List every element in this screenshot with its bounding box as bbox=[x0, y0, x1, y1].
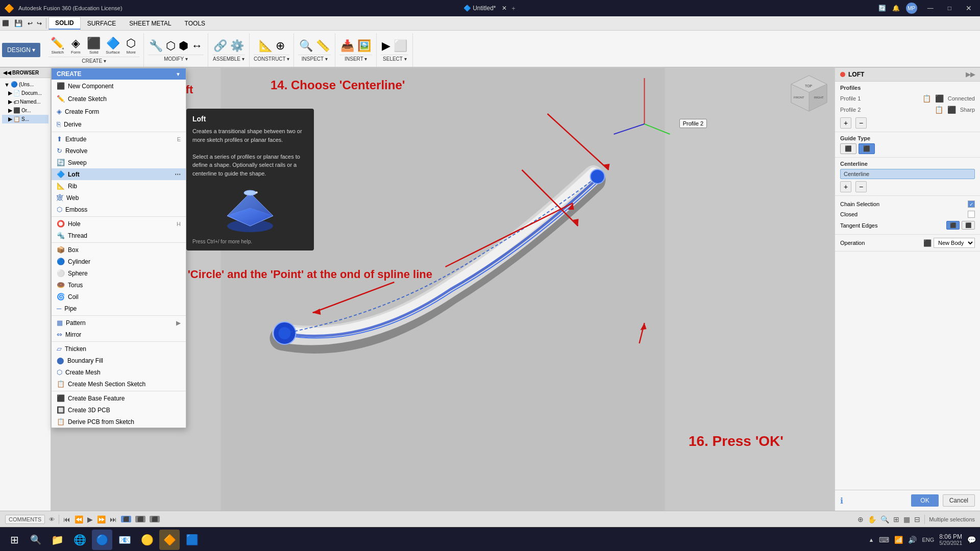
menu-hole[interactable]: ⭕ Hole H bbox=[52, 218, 186, 230]
create-more-btn[interactable]: ⬡ More bbox=[123, 36, 139, 56]
menu-create-form[interactable]: ◈ Create Form bbox=[52, 105, 186, 118]
minimize-btn[interactable]: — bbox=[923, 4, 938, 13]
chain-selection-checkbox[interactable]: ✓ bbox=[968, 201, 975, 208]
menu-mirror[interactable]: ⇔ Mirror bbox=[52, 329, 186, 340]
menu-torus[interactable]: 🍩 Torus bbox=[52, 279, 186, 291]
fit-btn[interactable]: ⊞ bbox=[893, 515, 899, 523]
construct-icon2[interactable]: ⊕ bbox=[275, 38, 286, 54]
assemble-icon2[interactable]: ⚙️ bbox=[229, 38, 245, 54]
profile1-icon2[interactable]: ⬛ bbox=[935, 94, 944, 103]
select-icon[interactable]: ▶ bbox=[381, 38, 391, 54]
render-mode[interactable]: ⊟ bbox=[914, 515, 920, 523]
centerline-add-btn[interactable]: + bbox=[840, 181, 851, 192]
orbit-btn[interactable]: ⊕ bbox=[857, 515, 864, 523]
insert-icon1[interactable]: 📥 bbox=[339, 38, 355, 54]
menu-derive[interactable]: ⎘ Derive bbox=[52, 118, 186, 131]
timeline-thumb3[interactable]: ⬛ bbox=[150, 516, 160, 522]
modify-icon4[interactable]: ↔ bbox=[190, 38, 204, 54]
assemble-icon1[interactable]: 🔗 bbox=[212, 38, 228, 54]
profile1-icon1[interactable]: 📋 bbox=[922, 94, 931, 103]
redo-btn[interactable]: ↪ bbox=[35, 19, 44, 28]
modify-icon3[interactable]: ⬢ bbox=[178, 38, 189, 54]
tab-sheet-metal[interactable]: SHEET METAL bbox=[122, 17, 178, 30]
tab-tools[interactable]: TOOLS bbox=[178, 17, 212, 30]
taskbar-fusion360[interactable]: 🔶 bbox=[159, 530, 180, 550]
menu-extrude[interactable]: ⬆ Extrude E bbox=[52, 133, 186, 145]
create-sketch-btn[interactable]: ✏️ Sketch bbox=[48, 36, 66, 56]
menu-new-component[interactable]: ⬛ New Component bbox=[52, 80, 186, 92]
modify-icon2[interactable]: ⬡ bbox=[165, 38, 177, 54]
notifications-icon[interactable]: 🔔 bbox=[892, 5, 900, 12]
menu-cylinder[interactable]: 🔵 Cylinder bbox=[52, 256, 186, 267]
tree-item-s[interactable]: ▶📋S... bbox=[2, 115, 48, 123]
zoom-btn[interactable]: 🔍 bbox=[880, 515, 889, 523]
view-cube[interactable]: TOP RIGHT FRONT bbox=[789, 73, 829, 114]
maximize-btn[interactable]: □ bbox=[944, 4, 955, 13]
eye-icon[interactable]: 👁 bbox=[49, 516, 55, 522]
inspect-label[interactable]: INSPECT ▾ bbox=[298, 55, 331, 62]
menu-pattern[interactable]: ▦ Pattern ▶ bbox=[52, 317, 186, 329]
play-prev-btn[interactable]: ⏪ bbox=[75, 515, 83, 523]
undo-btn[interactable]: ↩ bbox=[26, 19, 35, 28]
modify-icon1[interactable]: 🔧 bbox=[148, 38, 164, 54]
menu-coil[interactable]: 🌀 Coil bbox=[52, 291, 186, 303]
play-start-btn[interactable]: ⏮ bbox=[63, 515, 70, 523]
taskbar-chrome[interactable]: 🟡 bbox=[137, 530, 157, 550]
create-menu-expand[interactable]: ▼ bbox=[176, 71, 181, 77]
play-btn[interactable]: ▶ bbox=[87, 515, 93, 523]
taskbar-app3[interactable]: 🔵 bbox=[92, 530, 112, 550]
operation-select[interactable]: New Body bbox=[934, 238, 975, 248]
menu-thread[interactable]: 🔩 Thread bbox=[52, 230, 186, 241]
tab-solid[interactable]: SOLID bbox=[48, 17, 81, 30]
profiles-remove-btn[interactable]: − bbox=[855, 117, 867, 129]
profiles-add-btn[interactable]: + bbox=[840, 117, 851, 129]
menu-box[interactable]: 📦 Box bbox=[52, 244, 186, 256]
tab-surface[interactable]: SURFACE bbox=[81, 17, 123, 30]
tangent-edges-btn1[interactable]: ⬛ bbox=[946, 221, 960, 230]
menu-rib[interactable]: 📐 Rib bbox=[52, 180, 186, 192]
browser-arrows[interactable]: ◀◀ bbox=[3, 70, 11, 76]
timeline-thumb1[interactable]: ⬛ bbox=[121, 516, 131, 522]
create-surface-btn[interactable]: 🔷 Surface bbox=[104, 36, 122, 56]
tree-root[interactable]: ▼🔵(Uns... bbox=[2, 80, 48, 89]
menu-thicken[interactable]: ▱ Thicken bbox=[52, 343, 186, 355]
select-label[interactable]: SELECT ▾ bbox=[381, 55, 408, 62]
menu-web[interactable]: 🕸 Web bbox=[52, 192, 186, 204]
menu-create-mesh-section[interactable]: 📋 Create Mesh Section Sketch bbox=[52, 378, 186, 390]
menu-pipe[interactable]: ─ Pipe bbox=[52, 303, 186, 314]
keyboard-icon[interactable]: ⌨ bbox=[879, 536, 889, 544]
menu-loft[interactable]: 🔷 Loft ⋯ bbox=[52, 168, 186, 180]
loft-options-btn[interactable]: ⋯ bbox=[175, 171, 181, 178]
comments-btn[interactable]: COMMENTS bbox=[5, 515, 45, 524]
create-label[interactable]: CREATE ▾ bbox=[48, 57, 139, 64]
tree-item-or[interactable]: ▶⬛Or... bbox=[2, 106, 48, 115]
menu-sweep[interactable]: 🔄 Sweep bbox=[52, 157, 186, 168]
insert-icon2[interactable]: 🖼️ bbox=[356, 38, 372, 54]
create-solid-btn[interactable]: ⬛ Solid bbox=[85, 36, 103, 56]
select-box-icon[interactable]: ⬜ bbox=[393, 38, 408, 54]
tree-item-named[interactable]: ▶🏷Named... bbox=[2, 97, 48, 106]
menu-create-sketch[interactable]: ✏️ Create Sketch bbox=[52, 92, 186, 105]
closed-checkbox[interactable] bbox=[968, 211, 975, 218]
account-btn[interactable]: MP bbox=[906, 3, 917, 14]
menu-revolve[interactable]: ↻ Revolve bbox=[52, 145, 186, 157]
create-form-btn[interactable]: ◈ Form bbox=[67, 36, 84, 56]
taskbar-photoshop[interactable]: 🟦 bbox=[182, 530, 202, 550]
tree-item-doc[interactable]: ▶📄Docum... bbox=[2, 89, 48, 97]
taskbar-edge[interactable]: 🌐 bbox=[69, 530, 90, 550]
close-btn[interactable]: ✕ bbox=[962, 3, 976, 13]
loft-panel-expand[interactable]: ▶▶ bbox=[966, 71, 975, 78]
display-modes[interactable]: ▦ bbox=[903, 515, 910, 523]
network-icon[interactable]: 📶 bbox=[894, 536, 903, 544]
taskbar-search[interactable]: 🔍 bbox=[27, 531, 45, 549]
pan-btn[interactable]: ✋ bbox=[868, 515, 876, 523]
system-tray-arrows[interactable]: ▲ bbox=[869, 537, 874, 543]
loft-cancel-btn[interactable]: Cancel bbox=[943, 494, 975, 507]
menu-emboss[interactable]: ⬡ Emboss bbox=[52, 204, 186, 215]
volume-icon[interactable]: 🔊 bbox=[908, 536, 917, 544]
design-btn[interactable]: DESIGN ▾ bbox=[2, 43, 40, 57]
play-next-btn[interactable]: ⏩ bbox=[97, 515, 106, 523]
inspect-icon1[interactable]: 🔍 bbox=[298, 38, 314, 54]
menu-create-mesh[interactable]: ⬡ Create Mesh bbox=[52, 366, 186, 378]
profile2-icon2[interactable]: ⬛ bbox=[947, 106, 956, 114]
